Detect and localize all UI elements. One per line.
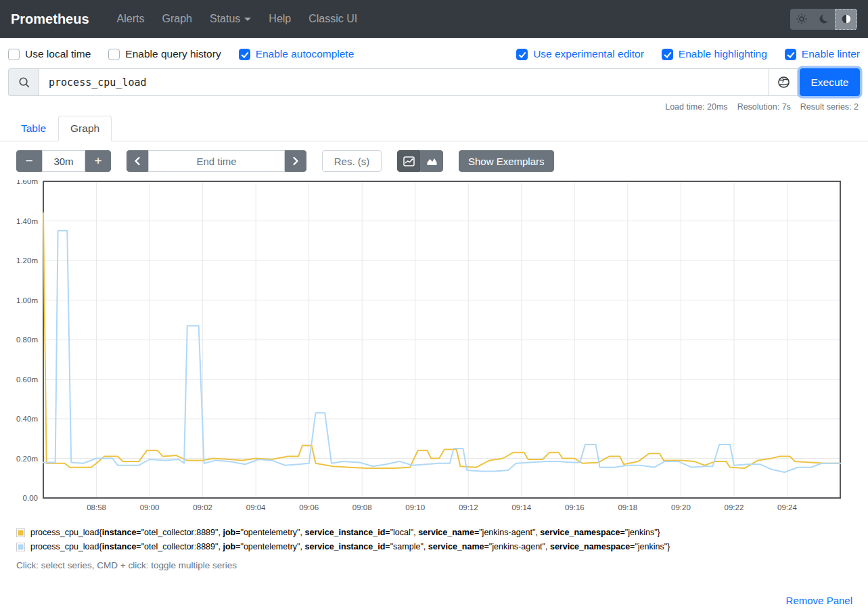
svg-text:09:04: 09:04: [246, 503, 266, 512]
step-back-button[interactable]: [127, 150, 148, 172]
resolution: Resolution: 7s: [737, 102, 791, 112]
svg-text:1.40m: 1.40m: [16, 217, 38, 225]
svg-text:08:58: 08:58: [87, 503, 106, 512]
svg-text:09:18: 09:18: [618, 503, 637, 512]
checkbox-enable-highlighting[interactable]: Enable highlighting: [662, 48, 767, 60]
execute-button[interactable]: Execute: [800, 68, 860, 96]
svg-text:1.60m: 1.60m: [16, 180, 38, 185]
query-row: Execute: [0, 68, 868, 96]
checkbox-box: [108, 49, 120, 60]
query-input-prepend: [8, 68, 39, 96]
area-chart-icon: [426, 156, 438, 166]
panel-tabs: Table Graph: [0, 116, 868, 141]
nav-item-classic-ui[interactable]: Classic UI: [300, 13, 366, 25]
svg-text:1.00m: 1.00m: [16, 296, 38, 304]
moon-icon: [819, 14, 829, 24]
time-series-chart[interactable]: 0.000.20m0.40m0.60m0.80m1.00m1.20m1.40m1…: [8, 180, 860, 516]
chevron-right-icon: [292, 156, 300, 166]
svg-text:0.60m: 0.60m: [16, 376, 38, 384]
light-theme-button[interactable]: [790, 9, 813, 30]
graph-controls: − +: [0, 141, 868, 172]
checkbox-box: [662, 49, 673, 60]
checkbox-box: [785, 49, 796, 60]
brand-prometheus[interactable]: Prometheus: [11, 12, 89, 27]
checkbox-label: Enable highlighting: [679, 48, 767, 60]
sun-icon: [796, 14, 807, 24]
checkbox-use-local-time[interactable]: Use local time: [8, 48, 91, 60]
chevron-down-icon: [244, 18, 251, 21]
series-label: process_cpu_load{instance="otel_collecto…: [30, 542, 670, 551]
remove-panel-link[interactable]: Remove Panel: [786, 595, 852, 606]
svg-text:09:22: 09:22: [725, 503, 744, 512]
svg-text:09:16: 09:16: [565, 503, 585, 512]
checkbox-label: Enable autocomplete: [256, 48, 355, 60]
svg-text:0.20m: 0.20m: [16, 455, 38, 463]
checkbox-use-experimental-editor[interactable]: Use experimental editor: [516, 48, 644, 60]
chart-legend: process_cpu_load{instance="otel_collecto…: [16, 528, 868, 551]
svg-text:09:12: 09:12: [459, 503, 478, 512]
exemplars-group: Show Exemplars: [459, 150, 554, 172]
theme-toggle-group: [790, 9, 857, 30]
load-time: Load time: 20ms: [665, 102, 727, 112]
step-forward-button[interactable]: [285, 150, 306, 172]
tab-graph[interactable]: Graph: [58, 116, 112, 141]
end-time-group: [127, 150, 306, 172]
chevron-left-icon: [133, 156, 141, 166]
series-color-swatch: [16, 528, 25, 537]
range-group: − +: [16, 150, 111, 172]
nav-item-status[interactable]: Status: [201, 13, 260, 25]
options-row: Use local time Enable query history Enab…: [0, 38, 868, 68]
line-chart-toggle-button[interactable]: [397, 150, 420, 172]
svg-text:0.00: 0.00: [23, 494, 38, 502]
query-expression-input[interactable]: [39, 68, 769, 96]
tab-table[interactable]: Table: [9, 116, 58, 141]
decrease-range-button[interactable]: −: [16, 150, 42, 172]
svg-text:09:24: 09:24: [777, 503, 797, 512]
chart-type-toggle-group: [397, 150, 443, 172]
metrics-explorer-button[interactable]: [769, 68, 798, 96]
nav-item-help[interactable]: Help: [260, 13, 300, 25]
increase-range-button[interactable]: +: [85, 150, 111, 172]
legend-item-local[interactable]: process_cpu_load{instance="otel_collecto…: [16, 528, 868, 537]
end-time-input[interactable]: [148, 150, 285, 172]
show-exemplars-button[interactable]: Show Exemplars: [459, 150, 554, 172]
panel-footer: Remove Panel: [0, 570, 868, 606]
checkbox-label: Enable linter: [802, 48, 860, 60]
checkbox-box: [8, 49, 20, 60]
legend-hint: Click: select series, CMD + click: toggl…: [16, 560, 868, 570]
svg-text:09:20: 09:20: [671, 503, 691, 512]
checkbox-box: [516, 49, 528, 60]
line-chart-icon: [403, 156, 415, 166]
svg-text:1.20m: 1.20m: [16, 256, 38, 265]
svg-text:09:02: 09:02: [193, 503, 212, 512]
dark-theme-button[interactable]: [813, 9, 835, 30]
svg-text:09:00: 09:00: [140, 503, 160, 512]
globe-icon: [777, 76, 790, 89]
checkbox-box: [239, 49, 250, 60]
series-color-swatch: [16, 543, 25, 551]
checkbox-enable-linter[interactable]: Enable linter: [785, 48, 860, 60]
svg-text:0.40m: 0.40m: [16, 415, 38, 423]
search-icon: [18, 76, 30, 88]
navbar: Prometheus Alerts Graph Status Help Clas…: [0, 0, 868, 38]
result-series: Result series: 2: [800, 102, 859, 112]
query-stats: Load time: 20ms Resolution: 7s Result se…: [0, 96, 868, 112]
checkbox-label: Use experimental editor: [533, 48, 644, 60]
range-input[interactable]: [42, 150, 85, 172]
circle-half-icon: [841, 14, 852, 24]
auto-theme-button[interactable]: [835, 9, 857, 30]
svg-text:0.80m: 0.80m: [16, 336, 38, 344]
checkbox-label: Enable query history: [125, 48, 221, 60]
resolution-input[interactable]: [322, 150, 382, 172]
checkbox-label: Use local time: [25, 48, 91, 60]
svg-text:09:14: 09:14: [511, 503, 531, 512]
nav-item-graph[interactable]: Graph: [154, 13, 201, 25]
nav-item-alerts[interactable]: Alerts: [108, 13, 154, 25]
legend-item-sample[interactable]: process_cpu_load{instance="otel_collecto…: [16, 542, 868, 551]
series-label: process_cpu_load{instance="otel_collecto…: [30, 528, 660, 537]
svg-text:09:06: 09:06: [299, 503, 319, 512]
checkbox-enable-query-history[interactable]: Enable query history: [108, 48, 221, 60]
stacked-chart-toggle-button[interactable]: [420, 150, 443, 172]
resolution-group: [322, 150, 382, 172]
checkbox-enable-autocomplete[interactable]: Enable autocomplete: [239, 48, 355, 60]
